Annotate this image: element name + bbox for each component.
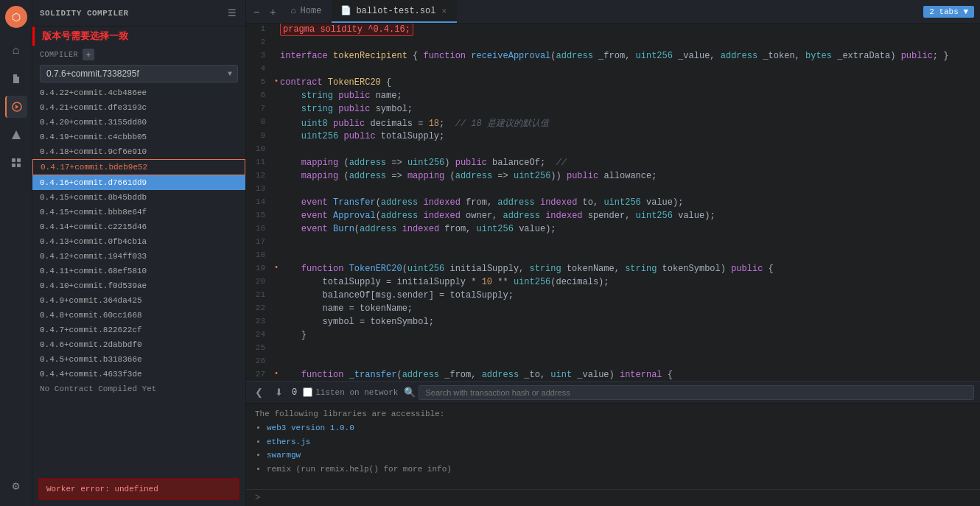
line-num-3: 3 (246, 50, 273, 60)
code-line-15: 15 event Approval(address indexed owner,… (246, 210, 980, 223)
code-line-8: 8 uint8 public decimals = 18; // 18 是建议的… (246, 116, 980, 130)
compiler-title: SOLIDITY COMPILER (40, 9, 129, 18)
zoom-out-btn[interactable]: − (249, 3, 264, 21)
listen-network-label[interactable]: listen on network (303, 387, 398, 397)
tab-close-btn[interactable]: ✕ (440, 6, 448, 15)
compiler-version-label: COMPILER (40, 51, 78, 59)
console-down-btn[interactable]: ⬇ (272, 385, 286, 399)
svg-rect-1 (12, 158, 15, 162)
version-item[interactable]: 0.4.14+commit.c2215d46 (32, 219, 245, 234)
version-item[interactable]: 0.4.10+commit.f0d539ae (32, 278, 245, 293)
code-line-22: 22 name = tokenName; (246, 303, 980, 316)
line-num-1: 1 (246, 24, 273, 33)
version-item[interactable]: 0.4.21+commit.dfe3193c (32, 100, 245, 115)
compiler-header: SOLIDITY COMPILER ☰ (32, 0, 245, 27)
version-item[interactable]: 0.4.5+commit.b318366e (32, 352, 245, 367)
add-compiler-btn[interactable]: + (83, 49, 94, 60)
version-item[interactable]: 0.4.19+commit.c4cbbb05 (32, 130, 245, 144)
avatar: ⬡ (5, 6, 27, 28)
listen-network-text: listen on network (315, 388, 398, 397)
console-output: The following libraries are accessible: … (246, 404, 980, 489)
version-item[interactable]: 0.4.12+commit.194ff033 (32, 249, 245, 264)
code-line-16: 16 event Burn(address indexed from, uint… (246, 223, 980, 236)
svg-rect-4 (17, 164, 21, 167)
header-controls: ☰ (226, 6, 238, 20)
settings-icon[interactable]: ⚙ (5, 475, 27, 497)
tabs-counter[interactable]: 2 tabs ▼ (923, 6, 974, 18)
code-line-3: 3 interface tokenRecipient { function re… (246, 50, 980, 63)
console-search-input[interactable] (419, 385, 974, 400)
console-lib-swarmgw[interactable]: swarmgw (267, 451, 301, 460)
code-line-1: 1 pragma solidity ^0.4.16; (246, 24, 980, 37)
version-item[interactable]: 0.4.15+commit.8b45bddb (32, 190, 245, 205)
version-item[interactable]: 0.4.8+commit.60cc1668 (32, 308, 245, 323)
sidebar-item-home[interactable]: ⌂ (5, 40, 27, 62)
version-item[interactable]: 0.4.6+commit.2dabbdf0 (32, 337, 245, 352)
sidebar-item-deploy[interactable] (5, 124, 27, 146)
console-prompt: > (246, 489, 980, 506)
console-lib-web3[interactable]: web3 version 1.0.0 (267, 424, 354, 432)
home-tab-label: Home (301, 6, 322, 16)
code-content-1: pragma solidity ^0.4.16; (280, 24, 413, 35)
compiler-menu-btn[interactable]: ☰ (226, 6, 238, 20)
worker-error-box: Worker error: undefined (38, 478, 239, 500)
console-lib-ethers[interactable]: ethers.js (267, 438, 310, 446)
code-line-4: 4 (246, 63, 980, 77)
sidebar-item-compiler[interactable] (5, 96, 27, 118)
version-item[interactable]: 0.4.4+commit.4633f3de (32, 367, 245, 382)
code-line-7: 7 string public symbol; (246, 103, 980, 116)
search-bar: 🔍 (404, 385, 974, 400)
console-lib-remix: remix (run remix.help() for more info) (267, 465, 452, 474)
compiler-panel: SOLIDITY COMPILER ☰ 版本号需要选择一致 COMPILER +… (32, 0, 246, 506)
code-line-26: 26 (246, 356, 980, 369)
version-item[interactable]: 0.4.9+commit.364da425 (32, 293, 245, 308)
line-num-2: 2 (246, 37, 273, 46)
bottom-console: ❮ ⬇ 0 listen on network 🔍 The following … (246, 381, 980, 506)
code-line-21: 21 balanceOf[msg.sender] = totalSupply; (246, 289, 980, 303)
code-line-11: 11 mapping (address => uint256) public b… (246, 157, 980, 170)
version-item-selected[interactable]: 0.4.16+commit.d7661dd9 (32, 175, 245, 190)
console-search-icon[interactable]: 🔍 (404, 387, 416, 398)
version-item[interactable]: 0.4.18+commit.9cf6e910 (32, 144, 245, 159)
tab-ballot-test[interactable]: 📄 ballot-test.sol ✕ (332, 0, 457, 23)
code-line-6: 6 string public name; (246, 90, 980, 103)
annotation-text: 版本号需要选择一致 (32, 27, 245, 46)
listen-network-checkbox[interactable] (303, 387, 312, 397)
console-collapse-btn[interactable]: ❮ (252, 385, 266, 399)
code-line-12: 12 mapping (address => mapping (address … (246, 170, 980, 183)
code-line-27: 27 • function _transfer(address _from, a… (246, 369, 980, 381)
tab-bar: − + ⌂ Home 📄 ballot-test.sol ✕ 2 tabs ▼ (246, 0, 980, 24)
file-icon: 📄 (340, 5, 351, 16)
code-line-13: 13 (246, 183, 980, 197)
code-line-18: 18 (246, 250, 980, 263)
code-editor[interactable]: 1 pragma solidity ^0.4.16; 2 3 interface… (246, 24, 980, 381)
icon-sidebar: ⬡ ⌂ ⚙ (0, 0, 32, 506)
sidebar-item-files[interactable] (5, 68, 27, 90)
code-line-9: 9 uint256 public totalSupply; (246, 130, 980, 144)
code-line-5: 5 • contract TokenERC20 { (246, 77, 980, 90)
file-tab-label: ballot-test.sol (356, 6, 435, 16)
console-count: 0 (292, 387, 297, 398)
version-item[interactable]: 0.4.11+commit.68ef5810 (32, 264, 245, 278)
tab-home[interactable]: ⌂ Home (281, 0, 330, 23)
svg-rect-3 (12, 164, 15, 167)
version-item[interactable]: 0.4.7+commit.822622cf (32, 323, 245, 337)
compiler-version-select[interactable]: 0.7.6+commit.7338295f (40, 65, 238, 82)
version-list: 0.4.22+commit.4cb486ee 0.4.21+commit.dfe… (32, 85, 245, 472)
sidebar-item-plugins[interactable] (5, 152, 27, 174)
version-item[interactable]: 0.4.22+commit.4cb486ee (32, 85, 245, 100)
code-line-20: 20 totalSupply = initialSupply * 10 ** u… (246, 276, 980, 289)
version-item[interactable]: 0.4.15+commit.bbb8e64f (32, 205, 245, 219)
version-item[interactable]: 0.4.20+commit.3155dd80 (32, 115, 245, 130)
console-toolbar: ❮ ⬇ 0 listen on network 🔍 (246, 382, 980, 404)
code-line-19: 19 • function TokenERC20(uint256 initial… (246, 263, 980, 276)
version-item-highlighted[interactable]: 0.4.17+commit.bdeb9e52 (32, 159, 245, 175)
main-editor-area: − + ⌂ Home 📄 ballot-test.sol ✕ 2 tabs ▼ … (246, 0, 980, 506)
code-line-17: 17 (246, 236, 980, 250)
compiler-select-wrapper: 0.7.6+commit.7338295f ▼ (32, 62, 245, 85)
version-item[interactable]: 0.4.13+commit.0fb4cb1a (32, 234, 245, 249)
code-line-23: 23 symbol = tokenSymbol; (246, 316, 980, 329)
code-line-2: 2 (246, 37, 980, 50)
code-content-3: interface tokenRecipient { function rece… (280, 50, 948, 62)
zoom-in-btn[interactable]: + (265, 3, 280, 21)
